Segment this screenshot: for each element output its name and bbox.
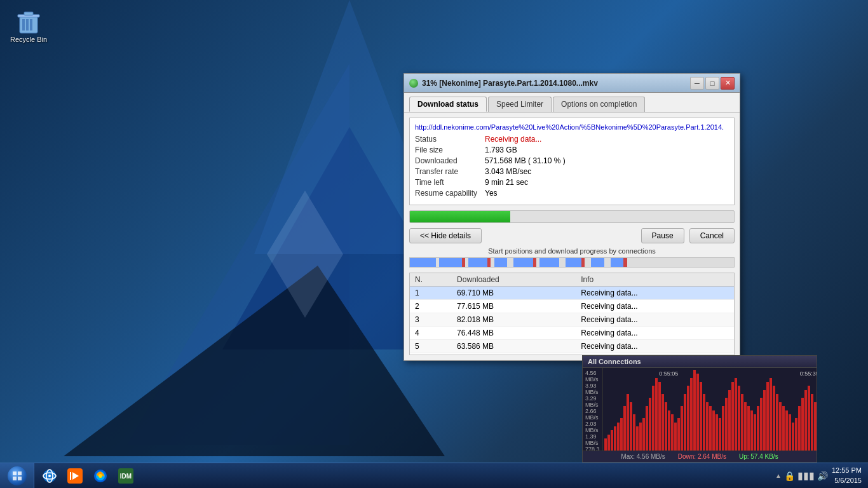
chart-bar bbox=[779, 402, 782, 451]
pause-button[interactable]: Pause bbox=[641, 228, 684, 243]
arrow-up-icon: ▲ bbox=[775, 472, 782, 479]
chart-bar bbox=[655, 378, 658, 451]
chart-bar bbox=[782, 406, 785, 451]
downloaded-label: Downloaded bbox=[415, 156, 485, 165]
timeleft-row: Time left 9 min 21 sec bbox=[415, 178, 729, 187]
y-label-3: 2.66 MB/s bbox=[585, 408, 600, 421]
chart-bar bbox=[744, 402, 747, 451]
chart-bar bbox=[725, 398, 728, 451]
tab-speed-limiter[interactable]: Speed Limiter bbox=[488, 97, 552, 112]
taskbar-ie-icon[interactable] bbox=[37, 463, 62, 489]
desktop: Recycle Bin 31% [Nekonime] Parasyte.Part… bbox=[0, 0, 868, 488]
buttons-row: << Hide details Pause Cancel bbox=[409, 228, 735, 243]
svg-rect-1 bbox=[22, 19, 25, 30]
hide-details-button[interactable]: << Hide details bbox=[409, 228, 482, 243]
chart-bar bbox=[623, 406, 626, 451]
cell-n: 6 bbox=[410, 353, 452, 356]
chart-bar bbox=[766, 382, 769, 451]
chart-bar bbox=[722, 406, 724, 451]
chart-bar bbox=[712, 410, 715, 451]
maximize-button[interactable]: □ bbox=[705, 77, 719, 90]
connections-bar bbox=[409, 257, 735, 268]
chart-bar bbox=[658, 382, 661, 451]
chart-bar bbox=[801, 398, 804, 451]
taskbar-media-icon[interactable] bbox=[62, 463, 88, 489]
close-button[interactable]: ✕ bbox=[721, 77, 735, 90]
start-orb-icon bbox=[8, 466, 27, 485]
chart-bar bbox=[703, 394, 705, 451]
col-n: N. bbox=[410, 273, 452, 287]
timeleft-value: 9 min 21 sec bbox=[485, 178, 528, 187]
connections-panel: All Connections 4.56 MB/s 3.93 MB/s 3.29… bbox=[582, 355, 817, 463]
cell-downloaded: 76.448 MB bbox=[452, 327, 576, 340]
network-icon: 🔒 bbox=[784, 471, 795, 481]
cell-info: Receiving data... bbox=[576, 340, 734, 353]
dialog-title: 31% [Nekonime] Parasyte.Part.1.2014.1080… bbox=[422, 79, 690, 88]
svg-text:IDM: IDM bbox=[120, 473, 132, 480]
clock-time: 12:55 PM bbox=[832, 466, 862, 475]
chart-bar bbox=[696, 374, 699, 451]
chart-bar bbox=[607, 435, 610, 451]
recycle-bin-label: Recycle Bin bbox=[10, 36, 47, 43]
chart-bar bbox=[687, 386, 689, 451]
dialog-titlebar[interactable]: 31% [Nekonime] Parasyte.Part.1.2014.1080… bbox=[404, 74, 740, 93]
taskbar: IDM ▲ 🔒 ▮▮▮ 🔊 12:55 PM 5/6/2015 bbox=[0, 463, 868, 488]
downloaded-row: Downloaded 571.568 MB ( 31.10 % ) bbox=[415, 156, 729, 165]
chart-bar bbox=[690, 378, 693, 451]
taskbar-idm-icon[interactable]: IDM bbox=[113, 463, 139, 489]
chart-bar bbox=[706, 402, 709, 451]
progress-bar bbox=[410, 211, 510, 222]
taskbar-sys-icons: ▲ 🔒 ▮▮▮ 🔊 bbox=[775, 470, 828, 482]
table-row[interactable]: 5 63.586 MB Receiving data... bbox=[410, 340, 734, 353]
y-label-1: 3.93 MB/s bbox=[585, 383, 600, 395]
chart-bar bbox=[792, 423, 794, 451]
table-row[interactable]: 1 69.710 MB Receiving data... bbox=[410, 287, 734, 300]
chart-bar bbox=[811, 394, 813, 451]
tab-options-completion[interactable]: Options on completion bbox=[553, 97, 645, 112]
chart-bar bbox=[636, 426, 639, 451]
status-label: Status bbox=[415, 135, 485, 144]
time-label-0: 0:55:05 bbox=[659, 370, 678, 377]
download-url: http://ddl.nekonime.com/Parasyte%20Live%… bbox=[415, 123, 729, 131]
chart-bar bbox=[604, 438, 607, 451]
chart-bar bbox=[652, 386, 654, 451]
taskbar-firefox-icon[interactable] bbox=[88, 463, 113, 489]
chart-bar bbox=[731, 382, 734, 451]
stat-max: Max: 4.56 MB/s bbox=[621, 453, 665, 460]
svg-rect-2 bbox=[26, 19, 29, 30]
cell-info: Receiving data... bbox=[576, 300, 734, 313]
chart-bar bbox=[681, 406, 683, 451]
minimize-button[interactable]: ─ bbox=[690, 77, 704, 90]
timeleft-label: Time left bbox=[415, 178, 485, 187]
connections-panel-title: All Connections bbox=[583, 356, 817, 368]
y-label-5: 1.39 MB/s bbox=[585, 433, 600, 446]
idm-icon bbox=[409, 79, 418, 88]
cancel-button[interactable]: Cancel bbox=[689, 228, 735, 243]
cell-info: Receiving data... bbox=[576, 287, 734, 300]
resume-row: Resume capability Yes bbox=[415, 189, 729, 198]
y-label-4: 2.03 MB/s bbox=[585, 421, 600, 433]
download-dialog: 31% [Nekonime] Parasyte.Part.1.2014.1080… bbox=[403, 73, 740, 361]
connections-table: N. Downloaded Info 1 69.710 MB Receiving… bbox=[410, 273, 734, 355]
downloaded-value: 571.568 MB ( 31.10 % ) bbox=[485, 156, 566, 165]
col-downloaded: Downloaded bbox=[452, 273, 576, 287]
chart-bar bbox=[747, 406, 750, 451]
transferrate-value: 3.043 MB/sec bbox=[485, 167, 531, 176]
recycle-bin-icon[interactable]: Recycle Bin bbox=[6, 6, 51, 46]
chart-bar bbox=[741, 394, 743, 451]
chart-bar bbox=[728, 390, 731, 451]
start-button[interactable] bbox=[0, 463, 34, 489]
connections-table-wrapper[interactable]: N. Downloaded Info 1 69.710 MB Receiving… bbox=[409, 273, 735, 355]
taskbar-clock: 12:55 PM 5/6/2015 bbox=[832, 466, 862, 485]
cell-downloaded: 77.615 MB bbox=[452, 300, 576, 313]
table-row[interactable]: 4 76.448 MB Receiving data... bbox=[410, 327, 734, 340]
chart-bar bbox=[715, 414, 718, 451]
table-row[interactable]: 3 82.018 MB Receiving data... bbox=[410, 313, 734, 327]
table-row[interactable]: 2 77.615 MB Receiving data... bbox=[410, 300, 734, 313]
chart-bar bbox=[750, 410, 753, 451]
tab-download-status[interactable]: Download status bbox=[409, 97, 487, 112]
chart-bar bbox=[620, 418, 623, 451]
cell-downloaded: 69.710 MB bbox=[452, 287, 576, 300]
chart-bar bbox=[770, 378, 772, 451]
chart-bar bbox=[757, 406, 759, 451]
